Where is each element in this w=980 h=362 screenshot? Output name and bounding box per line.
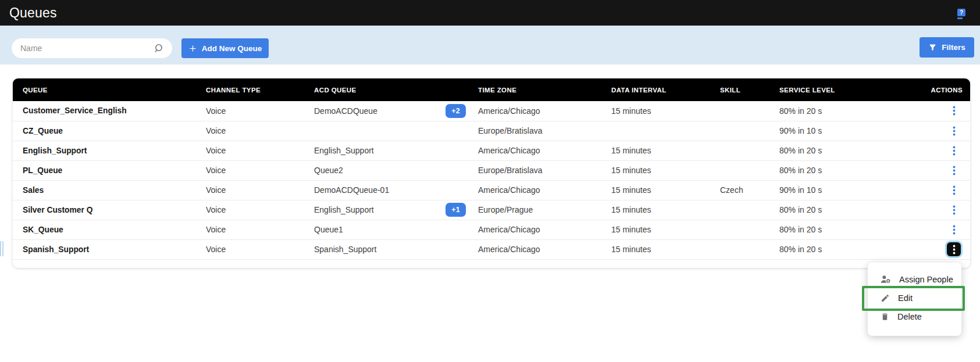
cell-acd-queue: DemoACDQueue+2 [314, 101, 478, 121]
cell-service-level: 80% in 20 s [779, 141, 869, 160]
plus-icon [188, 44, 197, 53]
cell-time-zone: America/Chicago [478, 239, 611, 259]
delete-icon [881, 312, 889, 321]
cell-channel-type: Voice [206, 141, 314, 160]
table-row[interactable]: CZ_QueueVoiceEurope/Bratislava90% in 10 … [13, 121, 970, 141]
cell-queue-name: SK_Queue [13, 220, 206, 239]
menu-item-assign-people[interactable]: Assign People [868, 270, 961, 289]
help-icon[interactable]: ? [957, 9, 966, 20]
menu-item-label: Assign People [899, 275, 953, 284]
cell-skill [720, 200, 779, 220]
row-actions-kebab-button[interactable] [947, 163, 961, 177]
search-box[interactable] [12, 38, 172, 58]
cell-actions [869, 239, 970, 259]
cell-time-zone: America/Chicago [478, 101, 611, 121]
cell-skill [720, 220, 779, 239]
column-header-acd_queue: ACD QUEUE [314, 78, 478, 101]
cell-service-level: 80% in 20 s [779, 160, 869, 180]
cell-data-interval [611, 121, 720, 141]
table-row[interactable]: SalesVoiceDemoACDQueue-01America/Chicago… [13, 180, 970, 200]
search-icon [154, 43, 165, 53]
cell-actions [869, 200, 970, 220]
table-row[interactable]: Customer_Service_EnglishVoiceDemoACDQueu… [13, 101, 970, 121]
row-actions-kebab-button[interactable] [947, 124, 961, 138]
table-header-row: QUEUECHANNEL TYPEACD QUEUETIME ZONEDATA … [13, 78, 970, 101]
cell-time-zone: Europe/Bratislava [478, 160, 611, 180]
cell-actions [869, 180, 970, 200]
cell-service-level: 90% in 10 s [779, 121, 869, 141]
column-header-channel_type: CHANNEL TYPE [206, 78, 314, 101]
cell-queue-name: CZ_Queue [13, 121, 206, 141]
cell-channel-type: Voice [206, 200, 314, 220]
row-actions-kebab-button[interactable] [947, 242, 961, 256]
add-new-queue-button[interactable]: Add New Queue [181, 38, 269, 58]
page-title: Queues [9, 5, 57, 21]
cell-queue-name: Customer_Service_English [13, 101, 206, 121]
cell-data-interval: 15 minutes [611, 141, 720, 160]
queues-table-card: QUEUECHANNEL TYPEACD QUEUETIME ZONEDATA … [13, 78, 970, 268]
table-row[interactable]: Spanish_SupportVoiceSpanish_SupportAmeri… [13, 239, 970, 259]
cell-acd-queue: Queue2 [314, 160, 478, 180]
filters-button[interactable]: Filters [920, 37, 974, 58]
search-input[interactable] [20, 44, 154, 53]
row-actions-kebab-button[interactable] [947, 183, 961, 197]
cell-time-zone: America/Chicago [478, 220, 611, 239]
queues-table: QUEUECHANNEL TYPEACD QUEUETIME ZONEDATA … [13, 78, 970, 260]
acd-queue-value: DemoACDQueue-01 [314, 185, 389, 195]
cell-skill [720, 160, 779, 180]
filter-funnel-icon [928, 43, 937, 52]
cell-actions [869, 160, 970, 180]
filters-label: Filters [942, 43, 965, 52]
cell-acd-queue: Queue1 [314, 220, 478, 239]
menu-item-delete[interactable]: Delete [868, 307, 961, 326]
cell-acd-queue: English_Support [314, 141, 478, 160]
row-actions-kebab-button[interactable] [947, 104, 961, 118]
more-acd-queues-badge[interactable]: +2 [446, 104, 466, 118]
table-row[interactable]: English_SupportVoiceEnglish_SupportAmeri… [13, 141, 970, 160]
cell-queue-name: Sales [13, 180, 206, 200]
cell-acd-queue: DemoACDQueue-01 [314, 180, 478, 200]
acd-queue-value: Spanish_Support [314, 245, 376, 254]
queue-table-body: Customer_Service_EnglishVoiceDemoACDQueu… [13, 101, 970, 259]
cell-data-interval: 15 minutes [611, 180, 720, 200]
assign-people-icon [881, 275, 891, 284]
cell-acd-queue: English_Support+1 [314, 200, 478, 220]
table-row[interactable]: PL_QueueVoiceQueue2Europe/Bratislava15 m… [13, 160, 970, 180]
row-actions-kebab-button[interactable] [947, 223, 961, 236]
acd-queue-value: English_Support [314, 205, 374, 214]
cell-data-interval: 15 minutes [611, 200, 720, 220]
column-header-time_zone: TIME ZONE [478, 78, 611, 101]
acd-queue-value: English_Support [314, 146, 374, 155]
cell-channel-type: Voice [206, 101, 314, 121]
cell-skill [720, 141, 779, 160]
column-header-actions: ACTIONS [869, 78, 970, 101]
cell-actions [869, 121, 970, 141]
cell-actions [869, 141, 970, 160]
horizontal-scroll-indicator[interactable] [0, 241, 3, 256]
acd-queue-value: Queue2 [314, 166, 343, 175]
column-header-queue: QUEUE [13, 78, 206, 101]
edit-icon [881, 293, 890, 303]
acd-queue-value: DemoACDQueue [314, 106, 377, 116]
row-actions-kebab-button[interactable] [947, 203, 961, 217]
acd-queue-value: Queue1 [314, 225, 343, 234]
table-row[interactable]: Silver Customer QVoiceEnglish_Support+1E… [13, 200, 970, 220]
cell-queue-name: PL_Queue [13, 160, 206, 180]
cell-service-level: 80% in 20 s [779, 200, 869, 220]
cell-acd-queue [314, 121, 478, 141]
column-header-data_interval: DATA INTERVAL [611, 78, 720, 101]
cell-data-interval: 15 minutes [611, 239, 720, 259]
toolbar: Add New Queue Filters [0, 26, 980, 64]
cell-channel-type: Voice [206, 160, 314, 180]
app-header: Queues ? [0, 0, 980, 26]
menu-item-edit[interactable]: Edit [868, 289, 961, 307]
row-actions-kebab-button[interactable] [947, 144, 961, 157]
cell-queue-name: Silver Customer Q [13, 200, 206, 220]
cell-queue-name: English_Support [13, 141, 206, 160]
cell-time-zone: America/Chicago [478, 180, 611, 200]
row-actions-menu: Assign People Edit Delete [868, 263, 961, 336]
more-acd-queues-badge[interactable]: +1 [446, 203, 466, 217]
column-header-skill: SKILL [720, 78, 779, 101]
table-row[interactable]: SK_QueueVoiceQueue1America/Chicago15 min… [13, 220, 970, 239]
cell-time-zone: Europe/Bratislava [478, 121, 611, 141]
